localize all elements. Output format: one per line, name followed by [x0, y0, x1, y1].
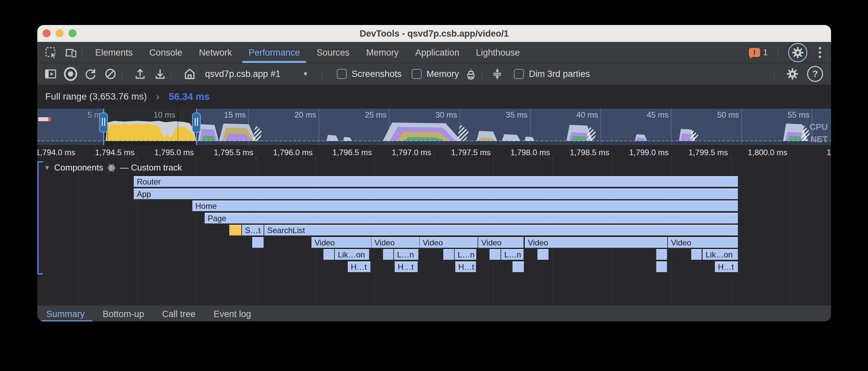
flame-entry-likon[interactable]: Lik…on [703, 249, 738, 260]
tab-network[interactable]: Network [191, 42, 240, 63]
flame-entry-video[interactable]: Video [478, 237, 524, 248]
flame-entry-ln[interactable]: L…n [394, 249, 418, 260]
flame-entry-st[interactable]: S…t [242, 225, 264, 235]
selection-right-handle[interactable] [192, 113, 201, 133]
help-icon[interactable]: ? [807, 66, 823, 82]
tab-lighthouse[interactable]: Lighthouse [468, 42, 528, 63]
panel-tabs: ElementsConsoleNetworkPerformanceSources… [87, 42, 528, 63]
device-toolbar-icon[interactable] [65, 46, 77, 59]
flame-entry-app[interactable]: App [134, 189, 738, 199]
performance-toolbar: qsvd7p.csb.app #1 ▼ Screenshots Memory [37, 63, 831, 85]
ruler-time-label: 1,797.0 ms [378, 148, 431, 157]
network-request-marker [38, 117, 48, 121]
flame-entry-router[interactable]: Router [134, 176, 738, 187]
flame-entry-ht[interactable]: H…t [715, 261, 738, 272]
selected-range-crumb[interactable]: 56.34 ms [169, 91, 210, 102]
flame-entry[interactable] [537, 249, 549, 260]
flame-entry[interactable] [383, 249, 393, 260]
target-dropdown-chevron-icon[interactable]: ▼ [303, 70, 309, 78]
flame-entry[interactable] [513, 261, 524, 272]
ruler-tick [731, 156, 731, 160]
flame-entry-video[interactable]: Video [312, 237, 371, 248]
upload-profile-icon[interactable] [133, 67, 147, 81]
tab-summary[interactable]: Summary [37, 305, 94, 321]
tab-memory[interactable]: Memory [358, 42, 407, 63]
flame-gridline [790, 160, 790, 305]
overview-time-label: 25 ms [337, 110, 387, 119]
flame-entry-home[interactable]: Home [192, 200, 738, 211]
flame-entry[interactable] [323, 249, 334, 260]
flame-entry-ln[interactable]: L…n [501, 249, 524, 260]
flame-entry-likon[interactable]: Lik…on [335, 249, 369, 260]
ruler-tick [434, 156, 434, 160]
ruler-tick [493, 156, 494, 160]
net-strip-label: NET [810, 134, 828, 145]
tab-call-tree[interactable]: Call tree [153, 305, 205, 321]
tab-performance[interactable]: Performance [240, 42, 309, 63]
download-profile-icon[interactable] [153, 67, 167, 81]
tab-event-log[interactable]: Event log [205, 305, 260, 321]
settings-button-highlighted[interactable] [788, 43, 807, 62]
tab-console[interactable]: Console [141, 42, 191, 63]
memory-checkbox[interactable] [412, 69, 422, 79]
toolbar-separator [482, 68, 483, 80]
full-range-crumb[interactable]: Full range (3,653.76 ms) [45, 91, 147, 102]
flame-entry-ht[interactable]: H…t [455, 261, 476, 272]
window-title: DevTools - qsvd7p.csb.app/video/1 [37, 25, 831, 41]
inspect-element-icon[interactable] [44, 46, 57, 59]
ruler-tick [256, 156, 256, 160]
flame-entry-searchlist[interactable]: SearchList [264, 225, 738, 235]
issues-count: 1 [763, 47, 768, 58]
memory-toggle[interactable]: Memory [412, 69, 459, 79]
collect-garbage-icon[interactable] [464, 67, 477, 81]
overview-time-label: 40 ms [548, 110, 598, 119]
flame-entry[interactable] [656, 261, 667, 272]
capture-settings-gear-icon[interactable] [786, 67, 799, 81]
screenshots-toggle[interactable]: Screenshots [337, 69, 402, 79]
components-track-header[interactable]: ▼ Components — Custom track [44, 163, 182, 173]
flame-chart[interactable]: ▼ Components — Custom track RouterAppHom… [37, 160, 831, 305]
overview-time-label: 5 ms [55, 110, 105, 119]
flame-entry-ht[interactable]: H…t [348, 261, 370, 272]
screenshots-checkbox[interactable] [337, 69, 347, 79]
flame-entry[interactable] [443, 249, 454, 260]
tab-bottom-up[interactable]: Bottom-up [94, 305, 153, 321]
clear-recording-icon[interactable] [104, 67, 117, 81]
toggle-sidebar-icon[interactable] [44, 67, 57, 81]
ruler-time-label: 1,795.5 ms [200, 148, 253, 157]
home-icon[interactable] [183, 67, 196, 81]
flame-entry-ln[interactable]: L…n [455, 249, 476, 260]
tab-elements[interactable]: Elements [87, 42, 141, 63]
flame-entry-video[interactable]: Video [420, 237, 477, 248]
flame-entry[interactable] [691, 249, 702, 260]
dim-3rd-parties-toggle[interactable]: Dim 3rd parties [514, 69, 590, 79]
flame-entry-video[interactable]: Video [371, 237, 420, 248]
ruler-time-label: 1,794.0 ms [37, 148, 75, 157]
breadcrumb-chevron-icon: › [156, 91, 159, 102]
flame-entry[interactable] [252, 237, 264, 248]
flame-entry-ht[interactable]: H…t [395, 261, 418, 272]
collapse-track-icon[interactable]: ▼ [44, 164, 50, 172]
target-selector[interactable]: qsvd7p.csb.app #1 [205, 69, 281, 79]
toolbar-separator [322, 68, 322, 80]
flame-entry[interactable] [229, 225, 241, 235]
tab-application[interactable]: Application [407, 42, 468, 63]
record-button[interactable] [64, 67, 77, 81]
dim-3rd-parties-checkbox[interactable] [514, 69, 524, 79]
track-selection-bracket [37, 161, 39, 275]
overview-time-label: 50 ms [689, 110, 739, 119]
timeline-overview[interactable]: CPU NET 5 ms10 ms15 ms20 ms25 ms30 ms35 … [37, 108, 831, 146]
react-atom-icon [107, 164, 116, 172]
flame-entry[interactable] [490, 249, 501, 260]
flame-entry[interactable] [656, 249, 667, 260]
more-options-icon[interactable] [817, 46, 823, 59]
selection-left-handle[interactable] [99, 113, 108, 133]
flame-entry-page[interactable]: Page [205, 213, 738, 224]
flame-entry-video[interactable]: Video [668, 237, 738, 248]
cpu-strip-label: CPU [809, 122, 828, 132]
tab-sources[interactable]: Sources [308, 42, 358, 63]
issues-button[interactable]: ! 1 [749, 47, 768, 58]
collapse-sections-icon[interactable] [491, 67, 504, 81]
flame-entry-video[interactable]: Video [525, 237, 667, 248]
reload-and-record-button[interactable] [84, 67, 97, 81]
